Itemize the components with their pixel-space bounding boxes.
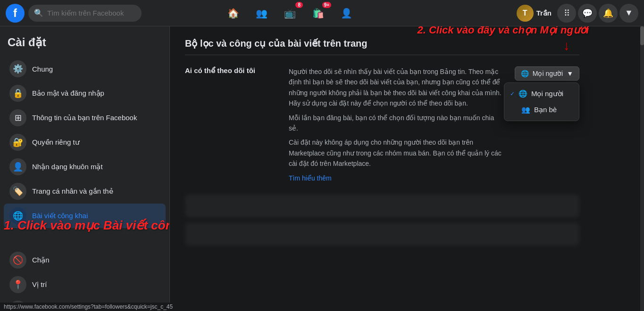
- sidebar-item-label: Quyền riêng tư: [32, 138, 80, 147]
- lock-icon: 🔒: [9, 85, 26, 102]
- home-nav-button[interactable]: 🏠: [220, 2, 246, 25]
- page-title: Bộ lọc và công cụ của bài viết trên tran…: [185, 38, 579, 55]
- status-bar: https://www.facebook.com/settings?tab=fo…: [0, 303, 176, 311]
- option-everyone-label: Mọi người: [531, 90, 563, 98]
- sidebar-item-label: Bảo mật và đăng nhập: [32, 89, 104, 98]
- chevron-down-icon: ▼: [567, 70, 573, 77]
- followers-setting-row: Ai có thể theo dõi tôi Người theo dõi sẽ…: [185, 66, 579, 183]
- search-input[interactable]: [47, 9, 136, 17]
- globe-small-icon: 🌐: [521, 70, 529, 77]
- sidebar-item-label: Thông tin của bạn trên Facebook: [32, 114, 137, 122]
- status-url: https://www.facebook.com/settings?tab=fo…: [4, 303, 173, 310]
- audience-dropdown-button[interactable]: 🌐 Mọi người ▼: [515, 66, 579, 81]
- sidebar-item-info[interactable]: ⊞ Thông tin của bạn trên Facebook: [4, 106, 166, 130]
- marketplace-badge: 9+: [322, 2, 331, 8]
- audience-dropdown-menu: ✓ 🌐 Mọi người 👥 Bạn bè: [504, 82, 579, 121]
- nav-center-buttons: 🏠 👥 📺 8 🛍️ 9+ 👤: [220, 2, 360, 25]
- dropdown-option-everyone[interactable]: ✓ 🌐 Mọi người: [504, 86, 579, 102]
- top-navigation: f 🔍 🏠 👥 📺 8 🛍️ 9+ 👤 T Trần ⠿ 💬 🔔 ▼: [0, 0, 644, 26]
- sidebar-title: Cài đặt: [4, 34, 166, 57]
- sidebar-item-public[interactable]: 🌐 Bài viết công khai 1. Click vào mục Bà…: [4, 204, 166, 228]
- sidebar-item-label: Chặn: [32, 256, 50, 264]
- apps-button[interactable]: ⠿: [557, 4, 576, 23]
- nav-right-icons: T Trần ⠿ 💬 🔔 ▼: [513, 3, 638, 24]
- notifications-button[interactable]: 🔔: [599, 4, 618, 23]
- video-badge: 8: [295, 2, 303, 8]
- tag-icon: 🏷️: [9, 183, 26, 200]
- messenger-button[interactable]: 💬: [578, 4, 597, 23]
- scrollbar-thumb[interactable]: [640, 26, 644, 45]
- search-icon: 🔍: [34, 8, 43, 17]
- sidebar-item-label: Trang cá nhân và gắn thẻ: [32, 187, 113, 196]
- blurred-row-2: [185, 223, 579, 246]
- user-profile-button[interactable]: T Trần: [513, 3, 555, 24]
- red-arrow-down: ↓: [563, 38, 570, 53]
- check-icon: ✓: [510, 90, 515, 97]
- desc-para-3: Cài đặt này không áp dụng cho những ngườ…: [289, 137, 505, 169]
- sidebar-item-location[interactable]: 📍 Vị trí: [4, 272, 166, 297]
- content-area: Bộ lọc và công cụ của bài viết trên tran…: [170, 26, 644, 311]
- dropdown-label: Mọi người: [533, 70, 563, 77]
- facebook-logo: f: [6, 4, 25, 23]
- marketplace-nav-button[interactable]: 🛍️ 9+: [305, 2, 331, 25]
- account-menu-button[interactable]: ▼: [619, 4, 638, 23]
- sidebar-item-label: Vị trí: [32, 280, 47, 289]
- groups-nav-button[interactable]: 👤: [333, 2, 360, 25]
- sidebar-item-face[interactable]: 👤 Nhận dạng khuôn mặt: [4, 155, 166, 179]
- avatar: T: [517, 5, 534, 22]
- search-box[interactable]: 🔍: [28, 5, 142, 22]
- sidebar-item-label: Chung: [32, 65, 53, 73]
- grid-icon: ⊞: [9, 109, 26, 126]
- sidebar-item-privacy[interactable]: 🔐 Quyền riêng tư: [4, 130, 166, 155]
- friends-nav-button[interactable]: 👥: [248, 2, 275, 25]
- dropdown-option-friends[interactable]: 👥 Bạn bè: [504, 102, 579, 118]
- location-icon: 📍: [9, 276, 26, 293]
- sidebar-item-profile[interactable]: 🏷️ Trang cá nhân và gắn thẻ: [4, 179, 166, 204]
- desc-para-2: Mỗi lần bạn đăng bài, bạn có thể chọn đố…: [289, 113, 505, 134]
- privacy-icon: 🔐: [9, 134, 26, 151]
- annotation-2: 2. Click vào đây và chọn Mọi người: [417, 26, 589, 36]
- friends-option-icon: 👥: [521, 106, 530, 114]
- sidebar-item-general[interactable]: ⚙️ Chung: [4, 57, 166, 81]
- content-inner: Bộ lọc và công cụ của bài viết trên tran…: [170, 26, 594, 262]
- block-icon: 🚫: [9, 252, 26, 269]
- sidebar-item-block[interactable]: 🚫 Chặn: [4, 248, 166, 272]
- settings-sidebar: Cài đặt ⚙️ Chung 🔒 Bảo mật và đăng nhập …: [0, 26, 170, 311]
- blurred-row-1: [185, 195, 579, 217]
- section-description: Người theo dõi sẽ nhìn thấy bài viết của…: [289, 66, 505, 183]
- face-icon: 👤: [9, 158, 26, 175]
- learn-more-link[interactable]: Tìm hiểu thêm: [289, 174, 332, 182]
- gear-icon: ⚙️: [9, 60, 26, 77]
- scrollbar-track[interactable]: [640, 26, 644, 311]
- desc-para-1: Người theo dõi sẽ nhìn thấy bài viết của…: [289, 66, 505, 109]
- user-name: Trần: [536, 9, 552, 17]
- sidebar-item-security[interactable]: 🔒 Bảo mật và đăng nhập: [4, 81, 166, 106]
- section-label: Ai có thể theo dõi tôi: [185, 66, 279, 75]
- sidebar-item-label: Nhận dạng khuôn mặt: [32, 163, 103, 171]
- annotation-1: 1. Click vào mục Bài viết công khai.: [4, 218, 170, 233]
- video-nav-button[interactable]: 📺 8: [276, 2, 303, 25]
- option-friends-label: Bạn bè: [534, 106, 557, 114]
- main-layout: Cài đặt ⚙️ Chung 🔒 Bảo mật và đăng nhập …: [0, 26, 644, 311]
- globe-option-icon: 🌐: [519, 90, 527, 98]
